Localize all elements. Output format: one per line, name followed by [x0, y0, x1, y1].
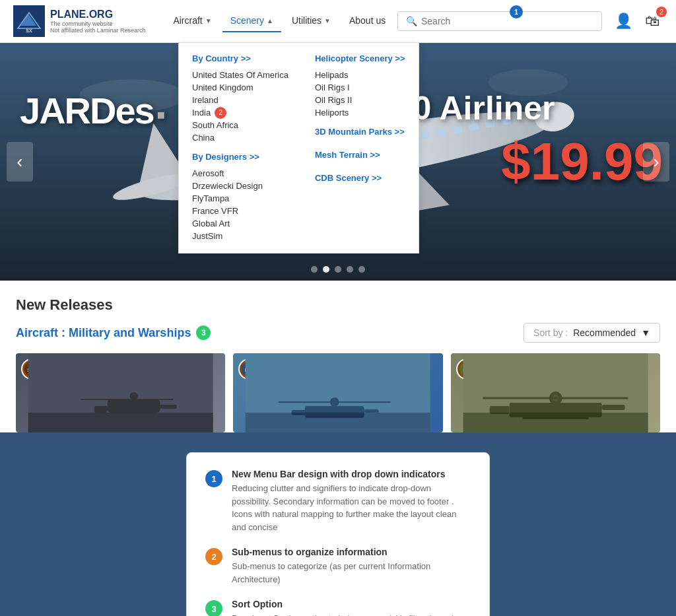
nav-aircraft[interactable]: Aircraft ▼: [165, 10, 219, 32]
helicopter-scenery-link[interactable]: Helicopter Scenery >>: [315, 53, 405, 63]
logo-text: PLANE.ORG The community website Not affi…: [50, 9, 145, 34]
logo[interactable]: SX PLANE.ORG The community website Not a…: [13, 5, 145, 37]
dropdown-col-left: By Country >> United States Of America U…: [192, 53, 288, 242]
svg-text:SX: SX: [26, 28, 32, 33]
search-input[interactable]: [421, 16, 593, 26]
releases-row: Aircraft : Military and Warships 3 Sort …: [16, 323, 660, 343]
nav-about[interactable]: About us: [341, 10, 393, 32]
svg-point-40: [130, 392, 138, 400]
cart-button[interactable]: 🛍 2: [642, 11, 663, 32]
country-uk[interactable]: United Kingdom: [192, 81, 288, 94]
nav-utilities[interactable]: Utilities ▼: [284, 10, 339, 32]
scenery-dropdown: By Country >> United States Of America U…: [178, 42, 419, 254]
dot-4[interactable]: [347, 266, 353, 273]
ann-content-3: Sort Option Prominent Sorting option to …: [232, 599, 471, 616]
product-card-2[interactable]: FLY: [233, 353, 442, 432]
svg-rect-37: [94, 406, 108, 413]
designer-justsim[interactable]: JustSim: [192, 230, 288, 242]
hero-next-button[interactable]: ›: [643, 142, 669, 182]
hero-price: $19.99: [501, 131, 663, 192]
annotation-panel: 1 New Menu Bar design with drop down ind…: [186, 452, 490, 616]
dot-5[interactable]: [358, 266, 365, 273]
sort-value: Recommended: [573, 327, 636, 338]
ann-badge-1: 1: [205, 470, 222, 487]
logo-icon: SX: [13, 5, 45, 37]
product-card-1[interactable]: SIM: [16, 353, 225, 432]
country-south-africa[interactable]: South Africa: [192, 119, 288, 131]
product-card-3[interactable]: MIL: [451, 353, 660, 432]
by-designers-link[interactable]: By Designers >>: [192, 152, 288, 162]
svg-rect-47: [364, 409, 379, 413]
logo-subtitle2: Not affiliated with Laminar Research: [50, 27, 145, 34]
ann-desc-2: Sub-menus to categorize (as per current …: [232, 560, 471, 586]
country-ireland[interactable]: Ireland: [192, 94, 288, 106]
sort-chevron-icon: ▼: [641, 327, 650, 338]
mountain-parks-link[interactable]: 3D Mountain Parks >>: [315, 127, 405, 137]
helipads[interactable]: Helipads: [315, 69, 405, 81]
user-icon[interactable]: 👤: [613, 11, 634, 32]
search-bar[interactable]: 🔍: [397, 11, 602, 31]
ann-title-3: Sort Option: [232, 599, 471, 609]
hero-dots: [311, 266, 365, 273]
svg-rect-56: [601, 405, 625, 410]
svg-rect-41: [28, 413, 213, 432]
designer-global-art[interactable]: Global Art: [192, 217, 288, 230]
ann-content-1: New Menu Bar design with drop down indic…: [232, 469, 471, 533]
chevron-down-icon: ▲: [267, 17, 273, 24]
notification-count-badge: 1: [510, 5, 523, 18]
product-grid: SIM FLY: [16, 353, 660, 432]
dot-3[interactable]: [335, 266, 341, 273]
logo-title: PLANE.ORG: [50, 9, 145, 20]
ann-badge-3: 3: [205, 600, 222, 616]
ann-desc-3: Prominent Sorting option to help users q…: [232, 612, 471, 616]
hero-prev-button[interactable]: ‹: [7, 142, 33, 182]
svg-rect-36: [108, 399, 160, 413]
annotation-item-3: 3 Sort Option Prominent Sorting option t…: [205, 599, 471, 616]
header-icons: 👤 🛍 2: [613, 11, 663, 32]
ann-badge-2: 2: [205, 548, 222, 565]
country-china[interactable]: China: [192, 131, 288, 144]
heliports[interactable]: Heliports: [315, 106, 405, 119]
designer-france-vfr[interactable]: France VFR: [192, 205, 288, 217]
dot-1[interactable]: [311, 266, 318, 273]
ann-title-2: Sub-menus to organize information: [232, 547, 471, 557]
card2-image: [233, 353, 442, 432]
releases-category: Aircraft : Military and Warships 3: [16, 325, 211, 340]
annotation-item-2: 2 Sub-menus to organize information Sub-…: [205, 547, 471, 586]
dropdown-col-right: Helicopter Scenery >> Helipads Oil Rigs …: [315, 53, 405, 242]
ann-content-2: Sub-menus to organize information Sub-me…: [232, 547, 471, 586]
ann-title-1: New Menu Bar design with drop down indic…: [232, 469, 471, 479]
country-usa[interactable]: United States Of America: [192, 69, 288, 81]
svg-rect-61: [463, 413, 648, 432]
releases-section: New Releases Aircraft : Military and War…: [0, 281, 676, 432]
cdb-scenery-link[interactable]: CDB Scenery >>: [315, 173, 405, 183]
by-country-link[interactable]: By Country >>: [192, 53, 288, 63]
sort-button[interactable]: Sort by : Recommended ▼: [524, 323, 660, 343]
blue-section: 1 New Menu Bar design with drop down ind…: [0, 432, 676, 616]
annotation-item-1: 1 New Menu Bar design with drop down ind…: [205, 469, 471, 533]
country-india[interactable]: India: [192, 106, 211, 119]
chevron-down-icon: ▼: [205, 17, 212, 24]
chevron-down-icon: ▼: [324, 17, 331, 24]
designer-drzewiecki[interactable]: Drzewiecki Design: [192, 180, 288, 192]
ann-desc-1: Reducing clutter and signifiers to indic…: [232, 482, 471, 533]
oil-rigs-1[interactable]: Oil Rigs I: [315, 81, 405, 94]
logo-subtitle1: The community website: [50, 20, 145, 27]
releases-heading: New Releases: [16, 296, 660, 314]
mesh-terrain-link[interactable]: Mesh Terrain >>: [315, 150, 405, 160]
notification-bell[interactable]: 👤: [613, 11, 634, 32]
designer-aerosoft[interactable]: Aerosoft: [192, 167, 288, 180]
nav-scenery[interactable]: Scenery ▲: [222, 10, 281, 32]
svg-rect-38: [160, 405, 177, 409]
sort-label: Sort by :: [533, 327, 568, 338]
india-badge: 2: [215, 107, 226, 119]
card3-image: [451, 353, 660, 432]
hero-text-left: JARDes▪: [20, 89, 164, 132]
designer-flytampa[interactable]: FlyTampa: [192, 192, 288, 205]
oil-rigs-2[interactable]: Oil Rigs II: [315, 94, 405, 106]
main-nav: Aircraft ▼ Scenery ▲ Utilities ▼ About u…: [165, 10, 397, 32]
card1-image: [16, 353, 225, 432]
search-icon: 🔍: [406, 16, 417, 26]
dot-2[interactable]: [323, 266, 329, 273]
releases-badge: 3: [196, 325, 211, 340]
